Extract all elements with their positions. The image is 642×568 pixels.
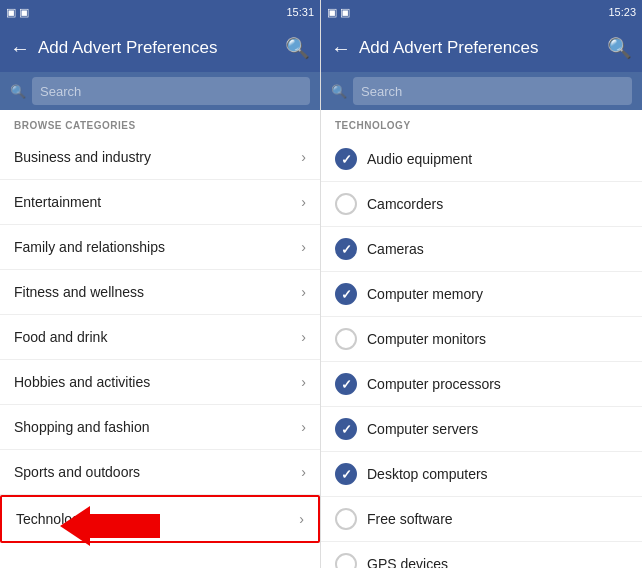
category-item-family[interactable]: Family and relationships › <box>0 225 320 270</box>
left-search-icon[interactable]: 🔍 <box>285 36 310 60</box>
right-search-input[interactable] <box>353 77 632 105</box>
tech-item-audio[interactable]: Audio equipment <box>321 137 642 182</box>
category-item-entertainment[interactable]: Entertainment › <box>0 180 320 225</box>
left-top-bar: ← Add Advert Preferences 🔍 <box>0 24 320 72</box>
left-back-icon[interactable]: ← <box>10 37 30 60</box>
left-status-icons: ▣ ▣ <box>6 6 29 19</box>
tech-label-desktop-computers: Desktop computers <box>367 466 488 482</box>
right-status-time: 15:23 <box>608 6 636 18</box>
category-label-hobbies: Hobbies and activities <box>14 374 150 390</box>
chevron-technology: › <box>299 511 304 527</box>
check-free-software <box>335 508 357 530</box>
right-status-left: ▣ ▣ <box>327 6 350 19</box>
right-status-bar: ▣ ▣ 15:23 <box>321 0 642 24</box>
check-camcorders <box>335 193 357 215</box>
category-item-hobbies[interactable]: Hobbies and activities › <box>0 360 320 405</box>
tech-label-camcorders: Camcorders <box>367 196 443 212</box>
tech-item-camcorders[interactable]: Camcorders <box>321 182 642 227</box>
chevron-shopping: › <box>301 419 306 435</box>
check-cameras <box>335 238 357 260</box>
tech-item-desktop-computers[interactable]: Desktop computers <box>321 452 642 497</box>
check-computer-memory <box>335 283 357 305</box>
tech-label-cameras: Cameras <box>367 241 424 257</box>
check-computer-servers <box>335 418 357 440</box>
tech-item-cameras[interactable]: Cameras <box>321 227 642 272</box>
category-item-business[interactable]: Business and industry › <box>0 135 320 180</box>
tech-label-computer-memory: Computer memory <box>367 286 483 302</box>
right-search-magnifier: 🔍 <box>331 84 347 99</box>
chevron-food: › <box>301 329 306 345</box>
category-item-food[interactable]: Food and drink › <box>0 315 320 360</box>
category-label-business: Business and industry <box>14 149 151 165</box>
tech-label-audio: Audio equipment <box>367 151 472 167</box>
category-label-entertainment: Entertainment <box>14 194 101 210</box>
category-label-fitness: Fitness and wellness <box>14 284 144 300</box>
chevron-hobbies: › <box>301 374 306 390</box>
check-audio <box>335 148 357 170</box>
left-search-input[interactable] <box>32 77 310 105</box>
category-item-shopping[interactable]: Shopping and fashion › <box>0 405 320 450</box>
chevron-sports: › <box>301 464 306 480</box>
left-search-magnifier: 🔍 <box>10 84 26 99</box>
category-label-sports: Sports and outdoors <box>14 464 140 480</box>
category-label-food: Food and drink <box>14 329 107 345</box>
tech-label-computer-servers: Computer servers <box>367 421 478 437</box>
right-status-right: 15:23 <box>608 6 636 18</box>
category-label-shopping: Shopping and fashion <box>14 419 149 435</box>
category-label-family: Family and relationships <box>14 239 165 255</box>
left-search-bar: 🔍 <box>0 72 320 110</box>
right-panel: ▣ ▣ 15:23 ← Add Advert Preferences 🔍 🔍 T… <box>321 0 642 568</box>
left-status-left: ▣ ▣ <box>6 6 29 19</box>
right-section-label: TECHNOLOGY <box>321 110 642 137</box>
check-computer-processors <box>335 373 357 395</box>
left-status-bar: ▣ ▣ 15:31 <box>0 0 320 24</box>
tech-label-free-software: Free software <box>367 511 453 527</box>
technology-row-wrapper: Technology › <box>0 495 320 543</box>
category-item-technology[interactable]: Technology › <box>0 495 320 543</box>
category-item-fitness[interactable]: Fitness and wellness › <box>0 270 320 315</box>
right-top-bar: ← Add Advert Preferences 🔍 <box>321 24 642 72</box>
tech-item-computer-memory[interactable]: Computer memory <box>321 272 642 317</box>
right-status-icons: ▣ ▣ <box>327 6 350 19</box>
left-category-list: BROWSE CATEGORIES Business and industry … <box>0 110 320 568</box>
tech-label-gps-devices: GPS devices <box>367 556 448 568</box>
tech-item-gps-devices[interactable]: GPS devices <box>321 542 642 568</box>
check-desktop-computers <box>335 463 357 485</box>
category-label-technology: Technology <box>16 511 87 527</box>
right-search-bar: 🔍 <box>321 72 642 110</box>
right-tech-list: TECHNOLOGY Audio equipment Camcorders Ca… <box>321 110 642 568</box>
tech-item-free-software[interactable]: Free software <box>321 497 642 542</box>
right-search-icon[interactable]: 🔍 <box>607 36 632 60</box>
left-page-title: Add Advert Preferences <box>38 38 277 58</box>
check-computer-monitors <box>335 328 357 350</box>
tech-item-computer-servers[interactable]: Computer servers <box>321 407 642 452</box>
check-gps-devices <box>335 553 357 568</box>
left-section-label: BROWSE CATEGORIES <box>0 110 320 135</box>
tech-label-computer-monitors: Computer monitors <box>367 331 486 347</box>
tech-item-computer-processors[interactable]: Computer processors <box>321 362 642 407</box>
category-item-sports[interactable]: Sports and outdoors › <box>0 450 320 495</box>
left-status-time: 15:31 <box>286 6 314 18</box>
right-page-title: Add Advert Preferences <box>359 38 599 58</box>
chevron-business: › <box>301 149 306 165</box>
left-panel: ▣ ▣ 15:31 ← Add Advert Preferences 🔍 🔍 B… <box>0 0 321 568</box>
right-back-icon[interactable]: ← <box>331 37 351 60</box>
chevron-family: › <box>301 239 306 255</box>
chevron-fitness: › <box>301 284 306 300</box>
tech-label-computer-processors: Computer processors <box>367 376 501 392</box>
chevron-entertainment: › <box>301 194 306 210</box>
tech-item-computer-monitors[interactable]: Computer monitors <box>321 317 642 362</box>
left-status-right: 15:31 <box>286 6 314 18</box>
